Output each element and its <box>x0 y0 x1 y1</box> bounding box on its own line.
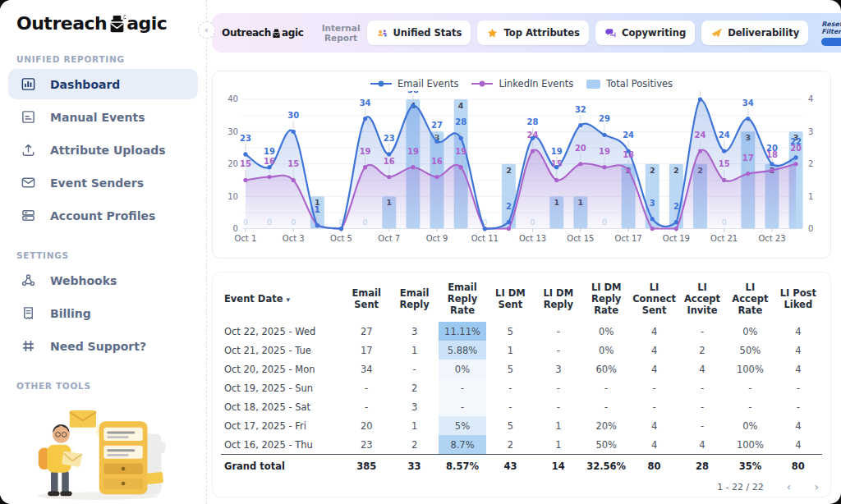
table-cell: 2 <box>390 435 438 454</box>
svg-text:15: 15 <box>287 159 299 168</box>
table-cell: 60% <box>582 360 630 378</box>
sidebar-item-account-profiles[interactable]: Account Profiles <box>8 200 198 231</box>
table-cell: 8.7% <box>439 435 486 454</box>
svg-text:2: 2 <box>808 159 813 168</box>
table-cell: 0% <box>582 322 630 341</box>
column-header-li-dm-reply: LI DM Reply <box>535 283 582 316</box>
svg-text:24: 24 <box>719 131 730 140</box>
svg-text:40: 40 <box>227 94 238 103</box>
svg-text:4: 4 <box>808 94 813 103</box>
column-header-email-reply-rate: Email Reply Rate <box>439 277 486 322</box>
column-header-label: LI Accept Rate <box>732 282 768 315</box>
reset-filters-label: Reset Filters <box>821 21 841 35</box>
legend-bar-swatch <box>586 80 600 89</box>
sidebar-item-event-senders[interactable]: Event Senders <box>8 167 198 198</box>
tab-label: Top Attributes <box>503 27 580 39</box>
sidebar-item-label: Need Support? <box>50 340 146 353</box>
table-cell: 50% <box>726 341 774 360</box>
table-cell: 100% <box>726 435 774 454</box>
svg-text:Oct 19: Oct 19 <box>663 234 690 243</box>
event-date-cell: Oct 17, 2025 - Fri <box>221 416 342 435</box>
svg-text:Oct 23: Oct 23 <box>758 234 785 243</box>
column-header-label: Email Reply <box>399 287 429 310</box>
svg-text:34: 34 <box>742 99 754 108</box>
support-illustration <box>0 405 206 504</box>
event-date-cell: Oct 21, 2025 - Tue <box>221 341 342 360</box>
table-cell: 1 <box>535 435 582 454</box>
column-header-event-date[interactable]: Event Date ▾ <box>221 289 342 311</box>
filters-panel: Reset Filters 30 days of data by default… <box>808 13 841 53</box>
upload-icon <box>21 142 36 158</box>
svg-text:23: 23 <box>384 134 395 143</box>
email-reply-rate-cell: - <box>439 378 486 397</box>
reset-filters-button[interactable] <box>821 38 841 46</box>
table-cell: - <box>582 378 630 397</box>
app-logo: Outreach agic <box>0 15 206 33</box>
tab-top-attributes[interactable]: Top Attributes <box>477 21 589 45</box>
table-cell: - <box>630 378 678 397</box>
table-cell: 3 <box>390 322 438 341</box>
legend-item-linkedin-events[interactable]: LinkedIn Events <box>471 78 573 89</box>
svg-text:2: 2 <box>506 202 512 211</box>
tab-label: Unified Stats <box>393 27 462 39</box>
table-cell: 5 <box>486 322 534 341</box>
tab-copywriting[interactable]: Copywriting <box>595 21 695 45</box>
table-cell: 35% <box>726 454 774 477</box>
table-cell: 20% <box>582 416 630 435</box>
table-cell: 4 <box>630 416 678 435</box>
table-cell: 4 <box>630 341 678 360</box>
table-cell: 1 <box>390 416 438 435</box>
sidebar-item-dashboard[interactable]: Dashboard <box>8 69 198 99</box>
legend-item-email-events[interactable]: Email Events <box>370 78 459 89</box>
table-cell: 80 <box>630 454 678 477</box>
event-date-cell: Oct 19, 2025 - Sun <box>221 378 342 397</box>
magic-envelope-icon <box>272 29 281 39</box>
column-header-label: LI DM Reply Rate <box>591 282 622 315</box>
svg-text:10: 10 <box>227 192 238 201</box>
table-cell: 4 <box>774 322 822 341</box>
legend-label: Email Events <box>398 78 459 89</box>
table-cell: - <box>678 416 726 435</box>
tab-unified-stats[interactable]: Unified Stats <box>367 21 471 45</box>
sidebar-item-label: Attribute Uploads <box>50 144 166 157</box>
column-header-label: LI Post Liked <box>780 287 816 310</box>
sidebar-item-billing[interactable]: Billing <box>8 298 198 328</box>
pagination-prev-button[interactable]: ‹ <box>787 481 792 493</box>
email-reply-rate-cell: - <box>439 397 486 416</box>
svg-text:3: 3 <box>650 199 655 208</box>
column-header-li-accept-invite: LI Accept Invite <box>678 277 726 322</box>
table-row: Oct 19, 2025 - Sun-2-------- <box>221 378 822 397</box>
pagination-next-button[interactable]: › <box>814 481 819 493</box>
svg-text:Oct 1: Oct 1 <box>235 234 257 243</box>
table-cell: 33 <box>390 454 438 477</box>
svg-text:19: 19 <box>407 147 419 156</box>
legend-item-total-positives[interactable]: Total Positives <box>586 78 673 89</box>
sidebar-item-manual-events[interactable]: Manual Events <box>8 102 198 132</box>
table-cell: 0% <box>726 322 774 341</box>
svg-text:Oct 3: Oct 3 <box>283 234 305 243</box>
server-icon <box>21 208 36 223</box>
svg-text:1: 1 <box>808 192 813 201</box>
column-header-label: LI DM Reply <box>543 287 573 310</box>
internal-report-label: Internal Report <box>322 23 361 43</box>
sidebar-item-attribute-uploads[interactable]: Attribute Uploads <box>8 135 198 165</box>
sidebar-item-webhooks[interactable]: Webhooks <box>8 265 198 296</box>
email-reply-rate-cell: 8.7% <box>439 435 486 454</box>
table-cell: 80 <box>774 454 822 477</box>
table-cell: - <box>390 360 438 378</box>
table-cell: 3 <box>390 397 438 416</box>
webhook-icon <box>21 273 36 288</box>
table-cell: 4 <box>630 322 678 341</box>
svg-text:2: 2 <box>673 202 679 211</box>
column-header-label: Event Date <box>224 293 283 305</box>
table-cell: - <box>535 322 582 341</box>
table-cell: - <box>535 378 582 397</box>
table-cell: 32.56% <box>582 454 630 477</box>
table-cell: 2 <box>678 341 726 360</box>
sidebar-item-need-support[interactable]: Need Support? <box>8 331 198 361</box>
sidebar-collapse-button[interactable]: ‹ <box>198 21 215 39</box>
table-cell: - <box>439 378 486 397</box>
table-cell: 0% <box>439 360 486 378</box>
legend-line-marker <box>471 80 493 88</box>
tab-deliverability[interactable]: Deliverability <box>701 21 808 45</box>
